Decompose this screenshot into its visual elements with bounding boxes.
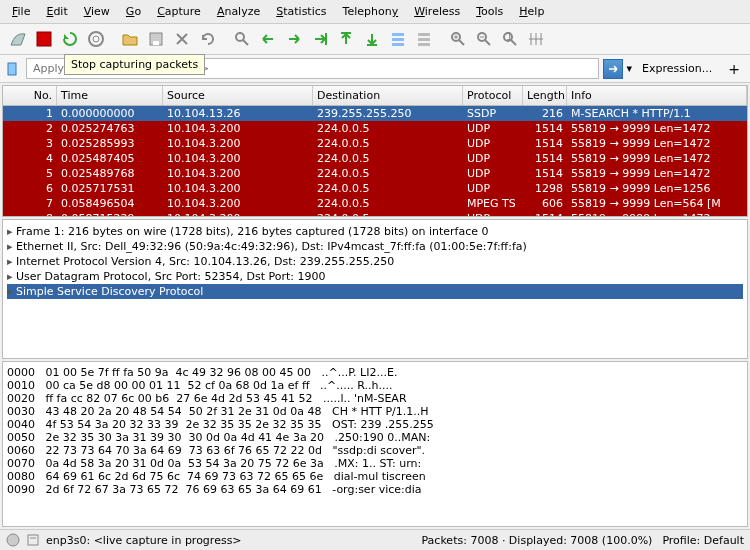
svg-rect-30 [8,63,16,75]
svg-line-21 [485,40,490,45]
svg-line-17 [459,40,464,45]
tooltip: Stop capturing packets [64,54,205,75]
packet-row[interactable]: 30.02528599310.104.3.200224.0.0.5UDP1514… [3,136,747,151]
zoom-out-button[interactable] [472,27,496,51]
packet-list[interactable]: No. Time Source Destination Protocol Len… [2,85,748,217]
detail-line[interactable]: Internet Protocol Version 4, Src: 10.104… [7,254,743,269]
bookmark-filter-icon[interactable] [4,60,22,78]
packet-row[interactable]: 70.05849650410.104.3.200224.0.0.5MPEG TS… [3,196,747,211]
svg-rect-10 [392,33,404,36]
col-destination[interactable]: Destination [313,86,463,105]
zoom-in-button[interactable] [446,27,470,51]
menu-analyze[interactable]: Analyze [209,2,268,21]
detail-line[interactable]: User Datagram Protocol, Src Port: 52354,… [7,269,743,284]
go-last-button[interactable] [360,27,384,51]
svg-point-5 [236,33,244,41]
svg-rect-4 [153,41,159,45]
menu-bar: File Edit View Go Capture Analyze Statis… [0,0,750,24]
svg-point-2 [93,36,99,42]
status-bar: enp3s0: <live capture in progress> Packe… [0,529,750,550]
menu-tools[interactable]: Tools [468,2,511,21]
packet-list-header: No. Time Source Destination Protocol Len… [3,86,747,106]
svg-rect-14 [418,38,430,41]
open-file-button[interactable] [118,27,142,51]
col-protocol[interactable]: Protocol [463,86,523,105]
close-button[interactable] [170,27,194,51]
detail-line[interactable]: Ethernet II, Src: Dell_49:32:96 (50:9a:4… [7,239,743,254]
packet-row[interactable]: 60.02571753110.104.3.200224.0.0.5UDP1298… [3,181,747,196]
status-profile[interactable]: Profile: Default [662,534,744,547]
menu-statistics[interactable]: Statistics [268,2,334,21]
zoom-reset-button[interactable]: 1 [498,27,522,51]
go-back-button[interactable] [256,27,280,51]
go-to-packet-button[interactable] [308,27,332,51]
capture-options-button[interactable] [84,27,108,51]
menu-help[interactable]: Help [511,2,552,21]
save-button[interactable] [144,27,168,51]
menu-view[interactable]: View [76,2,118,21]
filter-apply-dropdown[interactable] [603,59,623,79]
col-info[interactable]: Info [567,86,747,105]
shark-fin-icon[interactable] [6,27,30,51]
status-interface: enp3s0: <live capture in progress> [46,534,242,547]
col-time[interactable]: Time [57,86,163,105]
svg-rect-0 [37,32,51,46]
menu-telephony[interactable]: Telephony [335,2,407,21]
expert-info-icon[interactable] [6,533,20,547]
packet-row[interactable]: 80.05871522910.104.3.200224.0.0.5UDP1514… [3,211,747,217]
packet-row[interactable]: 10.00000000010.104.13.26239.255.255.250S… [3,106,747,121]
reload-button[interactable] [196,27,220,51]
expression-button[interactable]: Expression... [636,60,718,77]
packet-row[interactable]: 40.02548740510.104.3.200224.0.0.5UDP1514… [3,151,747,166]
menu-capture[interactable]: Capture [149,2,209,21]
capture-file-properties-icon[interactable] [26,533,40,547]
detail-line[interactable]: Simple Service Discovery Protocol [7,284,743,299]
add-filter-button[interactable]: + [722,59,746,79]
packet-row[interactable]: 50.02548976810.104.3.200224.0.0.5UDP1514… [3,166,747,181]
svg-line-6 [243,40,248,45]
svg-point-31 [7,534,19,546]
detail-line[interactable]: Frame 1: 216 bytes on wire (1728 bits), … [7,224,743,239]
stop-capture-button[interactable] [32,27,56,51]
svg-point-1 [89,32,103,46]
status-packets: Packets: 7008 · Displayed: 7008 (100.0%) [421,534,652,547]
packet-bytes[interactable]: 0000 01 00 5e 7f ff fa 50 9a 4c 49 32 96… [2,361,748,527]
svg-rect-13 [418,33,430,36]
packet-details[interactable]: Frame 1: 216 bytes on wire (1728 bits), … [2,219,748,359]
col-length[interactable]: Length [523,86,567,105]
svg-rect-12 [392,43,404,46]
resize-columns-button[interactable] [524,27,548,51]
go-forward-button[interactable] [282,27,306,51]
toolbar: 1 [0,24,750,55]
svg-text:1: 1 [506,30,513,43]
auto-scroll-button[interactable] [386,27,410,51]
menu-file[interactable]: File [4,2,38,21]
menu-wireless[interactable]: Wireless [406,2,468,21]
restart-capture-button[interactable] [58,27,82,51]
menu-go[interactable]: Go [118,2,149,21]
find-button[interactable] [230,27,254,51]
colorize-button[interactable] [412,27,436,51]
menu-edit[interactable]: Edit [38,2,75,21]
svg-rect-15 [418,43,430,46]
packet-row[interactable]: 20.02527476310.104.3.200224.0.0.5UDP1514… [3,121,747,136]
go-first-button[interactable] [334,27,358,51]
col-source[interactable]: Source [163,86,313,105]
svg-rect-11 [392,38,404,41]
col-no[interactable]: No. [3,86,57,105]
svg-rect-32 [28,535,38,545]
